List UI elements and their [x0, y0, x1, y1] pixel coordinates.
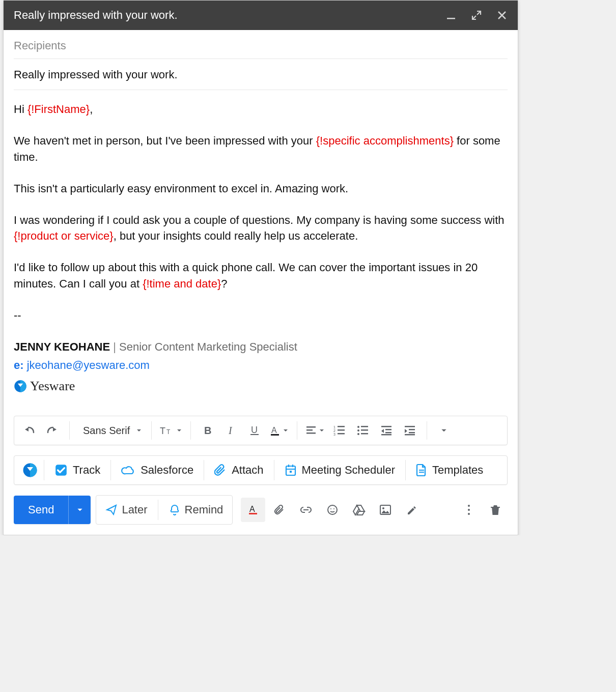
recipients-field[interactable]: Recipients [14, 30, 508, 59]
insert-photo-button[interactable] [373, 498, 398, 522]
confidential-mode-button[interactable] [400, 498, 424, 522]
body-paragraph-3: I was wondering if I could ask you a cou… [14, 212, 508, 245]
recipients-placeholder: Recipients [14, 39, 66, 52]
salesforce-button[interactable]: Salesforce [114, 464, 201, 477]
yesware-logo: Yesware [14, 377, 508, 396]
svg-rect-23 [361, 429, 368, 431]
font-family-select[interactable]: Sans Serif [75, 425, 146, 437]
svg-text:T: T [160, 426, 165, 436]
formatting-toolbar: Sans Serif TT B I U A [14, 416, 508, 445]
svg-rect-29 [405, 426, 415, 427]
redo-button[interactable] [41, 419, 64, 442]
paperclip-icon [274, 504, 285, 516]
font-family-label: Sans Serif [79, 425, 134, 437]
paper-plane-icon [105, 504, 118, 516]
svg-point-46 [468, 513, 470, 515]
svg-text:A: A [249, 505, 255, 513]
bold-button[interactable]: B [196, 419, 219, 442]
bulleted-list-button[interactable] [351, 419, 375, 442]
send-options-button[interactable] [68, 496, 91, 524]
placeholder-product: {!product or service} [14, 229, 114, 242]
font-size-button[interactable]: TT [157, 419, 185, 442]
remind-button[interactable]: Remind [161, 503, 231, 516]
body-paragraph-1: We haven't met in person, but I've been … [14, 133, 508, 165]
schedule-group: Later Remind [96, 495, 233, 525]
svg-rect-0 [447, 18, 455, 19]
undo-button[interactable] [17, 419, 41, 442]
close-icon[interactable] [496, 10, 508, 21]
drive-icon [352, 504, 366, 516]
svg-rect-17 [338, 429, 345, 431]
insert-emoji-button[interactable] [320, 498, 345, 522]
track-toggle[interactable]: Track [47, 464, 107, 477]
indent-less-button[interactable] [375, 419, 398, 442]
svg-rect-27 [385, 432, 391, 434]
attach-file-button[interactable] [267, 498, 292, 522]
meeting-scheduler-button[interactable]: Meeting Scheduler [277, 464, 402, 477]
svg-rect-24 [361, 433, 368, 435]
trash-icon [490, 504, 500, 516]
svg-text:T: T [166, 428, 171, 436]
insert-link-button[interactable] [294, 498, 318, 522]
templates-button[interactable]: Templates [409, 464, 490, 477]
discard-draft-button[interactable] [483, 498, 508, 522]
underline-button[interactable]: U [243, 419, 266, 442]
bell-icon [169, 504, 181, 516]
svg-text:A: A [271, 426, 277, 435]
subject-field[interactable]: Really impressed with your work. [14, 59, 508, 90]
align-button[interactable] [302, 419, 328, 442]
body-paragraph-2: This isn't a particularly easy environme… [14, 181, 508, 197]
send-label: Send [28, 503, 54, 516]
link-icon [299, 506, 313, 514]
checkbox-checked-icon [54, 464, 68, 477]
more-formatting-button[interactable] [432, 419, 456, 442]
meeting-scheduler-label: Meeting Scheduler [302, 464, 395, 477]
svg-text:2: 2 [333, 429, 335, 432]
svg-rect-16 [338, 426, 345, 427]
window-title: Really impressed with your work. [14, 9, 178, 22]
attach-label: Attach [232, 464, 263, 477]
svg-rect-9 [271, 434, 279, 436]
salesforce-label: Salesforce [141, 464, 193, 477]
svg-rect-10 [306, 426, 316, 428]
more-options-button[interactable] [457, 498, 481, 522]
window-titlebar: Really impressed with your work. [4, 1, 518, 30]
bottom-toolbars: Sans Serif TT B I U A [4, 416, 518, 535]
svg-rect-25 [381, 426, 391, 427]
compose-window: Really impressed with your work. Recipie… [3, 0, 518, 535]
svg-rect-36 [290, 471, 292, 473]
expand-icon[interactable] [471, 10, 482, 21]
file-icon [416, 464, 427, 477]
svg-point-43 [382, 507, 384, 509]
smile-icon [326, 504, 339, 516]
caret-down-icon [136, 427, 142, 434]
minimize-icon[interactable] [445, 10, 457, 21]
caret-down-icon [319, 427, 325, 434]
indent-more-button[interactable] [398, 419, 422, 442]
body-greeting: Hi {!FirstName}, [14, 101, 508, 118]
send-button[interactable]: Send [14, 496, 68, 524]
message-body[interactable]: Hi {!FirstName}, We haven't met in perso… [4, 90, 518, 416]
signature-line-2: e: jkeohane@yesware.com [14, 357, 508, 373]
attach-button[interactable]: Attach [207, 464, 270, 477]
svg-text:1: 1 [333, 425, 335, 429]
caret-down-icon [176, 427, 182, 434]
placeholder-firstname: {!FirstName} [27, 103, 90, 116]
insert-drive-button[interactable] [347, 498, 371, 522]
format-color-button[interactable]: A [241, 498, 265, 522]
signature-title: Senior Content Marketing Specialist [119, 340, 297, 353]
svg-rect-11 [306, 429, 313, 431]
subject-value: Really impressed with your work. [14, 68, 178, 81]
italic-button[interactable]: I [219, 419, 243, 442]
remind-label: Remind [185, 503, 223, 516]
signature-email: jkeohane@yesware.com [27, 359, 150, 371]
yesware-menu-button[interactable] [19, 463, 41, 478]
yesware-mark-icon [14, 380, 27, 393]
cloud-icon [121, 465, 135, 476]
numbered-list-button[interactable]: 123 [328, 419, 351, 442]
svg-rect-30 [409, 429, 415, 430]
caret-down-icon [76, 506, 83, 513]
svg-text:U: U [251, 425, 258, 435]
later-button[interactable]: Later [98, 503, 154, 516]
text-color-button[interactable]: A [266, 419, 292, 442]
